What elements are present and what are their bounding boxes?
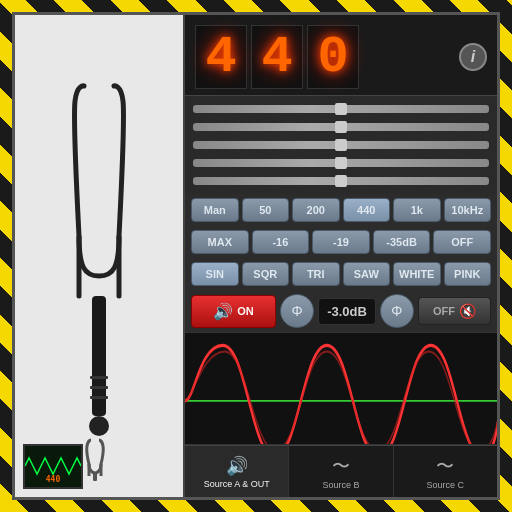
speaker-off-icon: 🔇 xyxy=(459,303,476,319)
tab-source-a-&-out[interactable]: 🔊Source A & OUT xyxy=(185,446,289,497)
slider-1[interactable] xyxy=(193,105,489,113)
svg-rect-7 xyxy=(93,473,97,481)
digit-4-1: 4 xyxy=(195,25,247,89)
db-display: -3.0dB xyxy=(318,298,376,325)
level-btn-row: MAX-16-19-35dBOFF xyxy=(185,226,497,258)
tuning-fork-image xyxy=(59,76,139,436)
slider-row-2 xyxy=(193,120,489,134)
waveform-display xyxy=(185,332,497,445)
freq-btn-440[interactable]: 440 xyxy=(343,198,391,222)
left-panel: 440 xyxy=(15,15,185,497)
wave-btn-saw[interactable]: SAW xyxy=(343,262,391,286)
slider-5[interactable] xyxy=(193,177,489,185)
tab-source-c[interactable]: 〜Source C xyxy=(394,446,497,497)
slider-row-4 xyxy=(193,156,489,170)
freq-btn-man[interactable]: Man xyxy=(191,198,239,222)
level-btn-19[interactable]: -19 xyxy=(312,230,370,254)
digit-0: 0 xyxy=(307,25,359,89)
slider-4[interactable] xyxy=(193,159,489,167)
tab-label-0: Source A & OUT xyxy=(204,479,270,489)
svg-text:440: 440 xyxy=(46,475,61,484)
svg-rect-3 xyxy=(90,396,108,399)
speaker-on-icon: 🔊 xyxy=(213,302,233,321)
slider-row-1 xyxy=(193,102,489,116)
tab-source-b[interactable]: 〜Source B xyxy=(289,446,393,497)
tab-label-2: Source C xyxy=(427,480,465,490)
freq-btn-1k[interactable]: 1k xyxy=(393,198,441,222)
level-btn-16[interactable]: -16 xyxy=(252,230,310,254)
slider-2[interactable] xyxy=(193,123,489,131)
wave-btn-sqr[interactable]: SQR xyxy=(242,262,290,286)
level-btn-35db[interactable]: -35dB xyxy=(373,230,431,254)
wave-btn-sin[interactable]: SIN xyxy=(191,262,239,286)
phase-symbol-right: Φ xyxy=(391,303,402,319)
freq-btn-200[interactable]: 200 xyxy=(292,198,340,222)
wave-btn-row: SINSQRTRISAWWHITEPINK xyxy=(185,258,497,290)
slider-section xyxy=(185,96,497,194)
wave-btn-white[interactable]: WHITE xyxy=(393,262,441,286)
tab-label-1: Source B xyxy=(322,480,359,490)
phase-button-right[interactable]: Φ xyxy=(380,294,414,328)
freq-btn-50[interactable]: 50 xyxy=(242,198,290,222)
level-btn-max[interactable]: MAX xyxy=(191,230,249,254)
info-button[interactable]: i xyxy=(459,43,487,71)
right-panel: 4 4 0 i Man502004401k10kH xyxy=(185,15,497,497)
phase-symbol-left: Φ xyxy=(292,303,303,319)
slider-row-3 xyxy=(193,138,489,152)
slider-row-5 xyxy=(193,174,489,188)
tab-icon-0: 🔊 xyxy=(226,455,248,477)
freq-btn-10khz[interactable]: 10kHz xyxy=(444,198,492,222)
digit-4-2: 4 xyxy=(251,25,303,89)
svg-rect-1 xyxy=(90,376,108,379)
tab-icon-1: 〜 xyxy=(332,454,350,478)
svg-rect-2 xyxy=(90,386,108,389)
tab-icon-2: 〜 xyxy=(436,454,454,478)
on-label: ON xyxy=(237,305,254,317)
wave-btn-pink[interactable]: PINK xyxy=(444,262,492,286)
svg-point-4 xyxy=(89,416,109,436)
mini-display: 440 xyxy=(23,444,83,489)
slider-3[interactable] xyxy=(193,141,489,149)
on-button[interactable]: 🔊 ON xyxy=(191,295,276,328)
freq-btn-row: Man502004401k10kHz xyxy=(185,194,497,226)
wave-btn-tri[interactable]: TRI xyxy=(292,262,340,286)
mini-fork-icon xyxy=(85,438,105,487)
main-container: 440 4 4 0 i xyxy=(12,12,500,500)
display-area: 4 4 0 i xyxy=(185,15,497,96)
off-label: OFF xyxy=(433,305,455,317)
freq-display: 4 4 0 xyxy=(195,25,359,89)
off-button[interactable]: OFF 🔇 xyxy=(418,297,491,325)
level-btn-off[interactable]: OFF xyxy=(433,230,491,254)
bottom-tabs: 🔊Source A & OUT〜Source B〜Source C xyxy=(185,445,497,497)
phase-button-left[interactable]: Φ xyxy=(280,294,314,328)
control-row: 🔊 ON Φ -3.0dB Φ OFF 🔇 xyxy=(185,290,497,332)
